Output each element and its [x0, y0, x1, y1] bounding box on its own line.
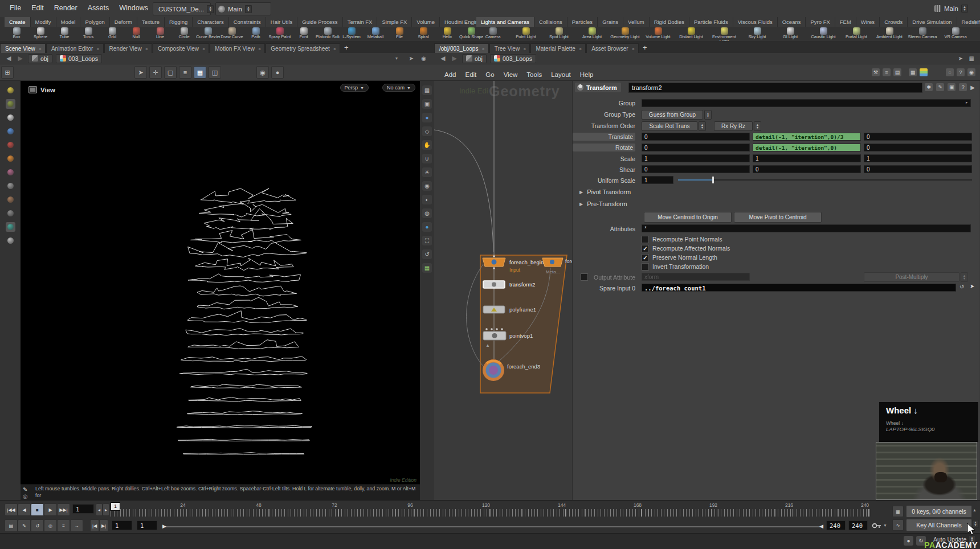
shelf-overflow-right-icon[interactable]: ▾ [974, 21, 977, 26]
jump-icon[interactable]: ➤ [409, 55, 414, 62]
help-icon[interactable]: ? [957, 68, 965, 76]
checkbox-invert-transformation[interactable] [642, 263, 649, 271]
range-right-handle[interactable]: ◀ [819, 523, 823, 529]
close-icon[interactable]: × [202, 46, 205, 52]
shade-icon[interactable]: ◐ [422, 195, 432, 204]
next-frame-button[interactable]: ▸ [103, 503, 109, 516]
network-menu-view[interactable]: View [499, 67, 522, 78]
light-toggle-icon[interactable]: ☀ [422, 167, 432, 177]
shelf-tool-distant-light[interactable]: Distant Light [675, 27, 708, 41]
node-name-field[interactable]: transform2 [628, 83, 922, 93]
transform-order-dropdown[interactable]: Scale Rot Trans [642, 121, 697, 131]
pane-tab-motion-fx-view[interactable]: Motion FX View× [210, 43, 265, 53]
right-scene-selector[interactable]: Main ▲▼ [932, 2, 977, 14]
shelf-tab-collisions[interactable]: Collisions [534, 17, 567, 27]
shelf-tool-path[interactable]: Path [244, 27, 268, 41]
orange-state-icon[interactable] [6, 154, 15, 163]
close-icon[interactable]: × [258, 46, 261, 52]
uniform-scale-slider[interactable] [678, 176, 972, 184]
select-arrow-icon[interactable]: ➤ [134, 66, 147, 79]
shelf-tab-pyro-fx[interactable]: Pyro FX [806, 17, 835, 27]
pane-tab-animation-editor[interactable]: Animation Editor× [46, 43, 104, 53]
menu-render[interactable]: Render [49, 0, 83, 12]
shelf-tab-simple-fx[interactable]: Simple FX [377, 17, 412, 27]
playback-end-field[interactable]: 240 [826, 521, 846, 530]
global-end-field[interactable]: 240 [848, 521, 868, 530]
scene-stepper[interactable]: ▲▼ [245, 5, 252, 13]
playback-start-field[interactable]: 1 [137, 521, 157, 530]
spare-input-field[interactable]: ../foreach_count1 [642, 284, 956, 292]
shelf-tab-terrain-fx[interactable]: Terrain FX [343, 17, 378, 27]
key-icon[interactable] [872, 521, 882, 530]
shelf-tab-texture[interactable]: Texture [137, 17, 165, 27]
snapshot-icon[interactable]: ▣ [422, 99, 432, 109]
shear-y-field[interactable]: 0 [753, 165, 861, 173]
shelf-tool-gi-light[interactable]: GI Light [774, 27, 807, 41]
shelf-tab-constraints[interactable]: Constraints [229, 17, 266, 27]
key-dropdown-icon[interactable]: ▼ [883, 523, 887, 527]
shelf-tool-sphere[interactable]: Sphere [28, 27, 52, 41]
shelf-tool-box[interactable]: Box [5, 27, 28, 41]
path-node[interactable]: 003_Loops [56, 54, 102, 63]
shelf-tool-environment-light[interactable]: Environment Light [708, 27, 741, 41]
grid-green-icon[interactable]: ▦ [422, 263, 432, 273]
pose-tool-icon[interactable] [6, 167, 15, 177]
jump-icon[interactable]: ➤ [958, 55, 963, 62]
channel-graph-icon[interactable]: ∿ [892, 519, 904, 531]
pane-tab-obj-003-loops[interactable]: /obj/003_Loops× [434, 43, 489, 53]
menu-edit[interactable]: Edit [26, 0, 49, 12]
shelf-tool-spray-paint[interactable]: Spray Paint [268, 27, 292, 41]
shelf-tab-viscous-fluids[interactable]: Viscous Fluids [733, 17, 778, 27]
camera-view-icon[interactable]: ◉ [422, 181, 432, 191]
playback-range-slider[interactable]: ▶ ◀ [162, 525, 823, 529]
lasso-select-icon[interactable]: ▢ [164, 66, 177, 79]
pane-tab-material-palette[interactable]: Material Palette× [530, 43, 586, 53]
shelf-tool-torus[interactable]: Torus [76, 27, 100, 41]
magnet-icon[interactable]: ∪ [422, 154, 432, 163]
translate-label[interactable]: Translate [573, 133, 635, 141]
fast-forward-button[interactable]: ▶▶| [57, 503, 70, 516]
close-icon[interactable]: × [39, 46, 42, 52]
shelf-tool-stereo-camera[interactable]: Stereo Camera [906, 27, 939, 41]
shelf-tab-particle-fluids[interactable]: Particle Fluids [689, 17, 733, 27]
desktop-stepper[interactable]: ▲▼ [207, 5, 214, 13]
red-state-icon[interactable] [6, 140, 15, 150]
step-settings-icon[interactable]: → [70, 519, 83, 532]
rotate-order-dropdown[interactable]: Rx Ry Rz [714, 121, 753, 131]
path-node[interactable]: 003_Loops [490, 54, 536, 63]
network-menu-edit[interactable]: Edit [460, 67, 481, 78]
group-type-stepper[interactable]: ▲▼ [704, 110, 712, 120]
rotate-z-field[interactable]: 0 [864, 144, 972, 151]
move-centroid-button[interactable]: Move Centroid to Origin [644, 212, 732, 223]
persp-selector[interactable]: Persp▼ [340, 84, 369, 92]
network-menu-add[interactable]: Add [440, 67, 460, 78]
timeline-ruler[interactable]: 24487296120144168192216240 1 [111, 502, 871, 517]
close-icon[interactable]: × [632, 46, 635, 52]
shelf-tab-guide-process[interactable]: Guide Process [297, 17, 342, 27]
lock-icon[interactable] [6, 126, 15, 136]
close-icon[interactable]: × [579, 46, 582, 52]
current-frame-field[interactable]: 1 [72, 504, 94, 514]
real-time-toggle-icon[interactable]: ▤ [5, 519, 18, 532]
pane-tab-tree-view[interactable]: Tree View× [489, 43, 530, 53]
menu-windows[interactable]: Windows [114, 0, 153, 12]
camera-icon[interactable]: ◉ [967, 68, 975, 76]
rotate-y-field[interactable]: detail(-1, "iteration",0) [753, 144, 861, 151]
shelf-tool-file[interactable]: File [387, 27, 411, 41]
shelf-tool-switcher[interactable]: Switcher [972, 27, 980, 41]
path-dropdown-icon[interactable]: ▾ [395, 56, 398, 61]
audio-icon[interactable]: ✎ [18, 519, 31, 532]
shelf-overflow-left-icon[interactable]: ▾ [465, 21, 467, 26]
open-chooser-icon[interactable]: ↺ [959, 284, 964, 290]
search-icon[interactable]: ◌ [946, 68, 954, 76]
select-tool-icon[interactable] [6, 113, 15, 122]
shelf-tool-l-system[interactable]: L-System [340, 27, 364, 41]
camera-lock-icon[interactable]: ● [271, 66, 284, 79]
node-polyframe1[interactable]: polyframe1 [483, 306, 536, 313]
checkbox-recompute-affected-normals[interactable]: ✓ [642, 245, 649, 252]
notes-icon[interactable]: ▤ [893, 68, 901, 76]
attributes-field[interactable]: * [642, 224, 971, 232]
group-type-dropdown[interactable]: Guess from Group [642, 110, 703, 120]
shelf-tool-draw-curve[interactable]: Draw Curve [220, 27, 244, 41]
node-pick-icon[interactable]: ➤ [970, 283, 974, 289]
